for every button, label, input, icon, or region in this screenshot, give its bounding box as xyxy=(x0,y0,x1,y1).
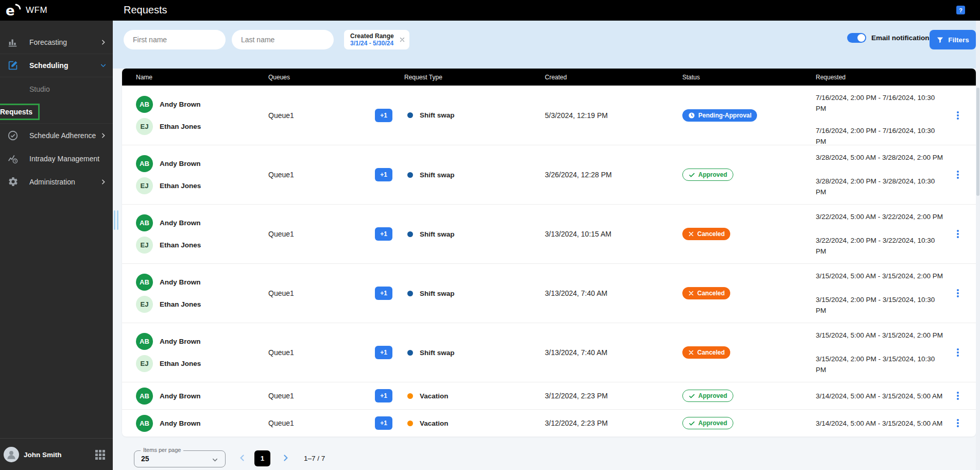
request-type-cell: +1Shift swap xyxy=(375,145,509,204)
requested-range: 3/15/2024, 2:00 PM - 3/15/2024, 10:30 PM xyxy=(816,354,945,375)
created-cell: 3/26/2024, 12:28 PM xyxy=(545,145,663,204)
table-rows: ABAndy BrownEJEthan JonesQueue1+1Shift s… xyxy=(122,86,976,437)
kebab-cell xyxy=(950,145,966,204)
kebab-menu-icon[interactable] xyxy=(955,417,961,429)
avatar: EJ xyxy=(136,177,153,194)
request-type-cell: +1Vacation xyxy=(375,382,509,409)
queue-extra-badge[interactable]: +1 xyxy=(375,389,392,402)
status-cell: Approved xyxy=(682,382,796,409)
svg-text:e: e xyxy=(6,3,15,18)
gear-icon xyxy=(7,176,19,188)
requested-range: 3/15/2024, 2:00 PM - 3/15/2024, 10:30 PM xyxy=(816,294,945,316)
requests-table: NameQueuesRequest TypeCreatedStatusReque… xyxy=(122,69,976,437)
email-notifications-toggle[interactable] xyxy=(847,33,866,43)
kebab-menu-icon[interactable] xyxy=(955,169,961,181)
requested-range: 3/28/2024, 2:00 PM - 3/28/2024, 10:30 PM xyxy=(816,176,945,197)
person-name: Andy Brown xyxy=(160,419,201,427)
request-type-cell: +1Shift swap xyxy=(375,86,509,145)
chevron-right-icon xyxy=(100,178,107,185)
first-name-input[interactable] xyxy=(124,30,226,49)
sidebar-item-intraday-management[interactable]: Intraday Management xyxy=(0,147,113,170)
person: EJEthan Jones xyxy=(136,177,201,194)
queues-cell: Queue1 xyxy=(268,382,366,409)
next-page-button[interactable] xyxy=(281,454,290,462)
status-badge: Approved xyxy=(682,169,733,181)
items-per-page-select[interactable]: Items per page 25 xyxy=(134,450,226,467)
request-type-dot xyxy=(407,350,413,356)
person: ABAndy Brown xyxy=(136,333,201,350)
kebab-cell xyxy=(950,382,966,409)
request-type-label: Shift swap xyxy=(420,349,455,357)
queue-extra-badge[interactable]: +1 xyxy=(375,227,392,241)
request-type-label: Shift swap xyxy=(420,230,455,238)
kebab-menu-icon[interactable] xyxy=(955,109,961,122)
queue-extra-badge[interactable]: +1 xyxy=(375,346,392,359)
person: ABAndy Brown xyxy=(136,214,201,231)
previous-page-button[interactable] xyxy=(238,454,247,462)
name-cell: ABAndy BrownEJEthan Jones xyxy=(136,145,265,204)
sidebar-item-administration[interactable]: Administration xyxy=(0,170,113,193)
scrollbar[interactable] xyxy=(976,21,980,470)
kebab-cell xyxy=(950,86,966,145)
scrollbar-thumb[interactable] xyxy=(976,88,979,196)
created-value: 3/13/2024, 10:15 AM xyxy=(545,230,611,238)
requested-cell: 3/15/2024, 5:00 AM - 3/15/2024, 2:00 PM3… xyxy=(816,323,945,382)
current-page-button[interactable]: 1 xyxy=(254,450,270,466)
sidebar-item-forecasting[interactable]: Forecasting xyxy=(0,31,113,54)
sidebar-item-schedule-adherence[interactable]: Schedule Adherence xyxy=(0,124,113,147)
queue-label: Queue1 xyxy=(268,392,294,400)
sidebar-item-scheduling[interactable]: Scheduling xyxy=(0,54,113,77)
kebab-cell xyxy=(950,410,966,437)
requested-cell: 7/16/2024, 2:00 PM - 7/16/2024, 10:30 PM… xyxy=(816,86,945,145)
queues-cell: Queue1 xyxy=(268,323,366,382)
person: ABAndy Brown xyxy=(136,274,201,291)
kebab-menu-icon[interactable] xyxy=(955,390,961,402)
table-row: ABAndy BrownEJEthan JonesQueue1+1Shift s… xyxy=(122,86,976,145)
sidebar-item-studio[interactable]: Studio xyxy=(0,77,113,100)
sidebar-item-requests[interactable]: Requests xyxy=(0,100,113,124)
person-name: Andy Brown xyxy=(160,278,201,286)
queue-extra-badge[interactable]: +1 xyxy=(375,109,392,122)
sidebar-item-label: Schedule Adherence xyxy=(29,131,96,140)
request-type-dot xyxy=(407,393,413,399)
created-range-chip[interactable]: Created Range 3/1/24 - 5/30/24 xyxy=(344,30,409,49)
page-range-text: 1–7 / 7 xyxy=(304,455,325,462)
status-badge: Canceled xyxy=(682,346,730,359)
created-cell: 5/3/2024, 12:19 PM xyxy=(545,86,663,145)
status-label: Pending-Approval xyxy=(698,112,751,119)
kebab-menu-icon[interactable] xyxy=(955,228,961,240)
person-name: Ethan Jones xyxy=(160,182,201,190)
person-name: Ethan Jones xyxy=(160,123,201,130)
queue-extra-badge[interactable]: +1 xyxy=(375,287,392,300)
queue-extra-badge[interactable]: +1 xyxy=(375,168,392,181)
kebab-menu-icon[interactable] xyxy=(955,287,961,299)
queue-extra-badge[interactable]: +1 xyxy=(375,416,392,430)
status-cell: Canceled xyxy=(682,323,796,382)
apps-grid-icon[interactable] xyxy=(95,450,106,460)
status-cell: Canceled xyxy=(682,264,796,323)
kebab-menu-icon[interactable] xyxy=(955,346,961,359)
request-type-cell: +1Shift swap xyxy=(375,264,509,323)
name-cell: ABAndy BrownEJEthan Jones xyxy=(136,86,265,145)
chip-close-icon[interactable] xyxy=(399,36,406,43)
filters-button[interactable]: Filters xyxy=(930,30,976,49)
name-cell: ABAndy BrownEJEthan Jones xyxy=(136,205,265,263)
x-icon xyxy=(688,290,694,296)
queue-label: Queue1 xyxy=(268,419,294,427)
help-icon[interactable]: ? xyxy=(956,6,965,14)
column-header-status: Status xyxy=(682,69,700,86)
sidebar-resize-handle[interactable] xyxy=(114,210,119,230)
person-name: Ethan Jones xyxy=(160,241,201,249)
queues-cell: Queue1 xyxy=(268,86,366,145)
top-bar: e WFM Requests ? xyxy=(0,0,980,21)
sidebar-nav: ForecastingSchedulingStudioRequestsSched… xyxy=(0,21,113,193)
last-name-input[interactable] xyxy=(232,30,334,49)
created-cell: 3/13/2024, 7:40 AM xyxy=(545,323,663,382)
requested-range: 3/28/2024, 5:00 AM - 3/28/2024, 2:00 PM xyxy=(816,152,943,163)
status-badge: Approved xyxy=(682,417,733,429)
user-bar: John Smith xyxy=(0,438,113,470)
chevron-right-icon xyxy=(100,39,107,46)
request-type-dot xyxy=(407,172,413,178)
avatar: EJ xyxy=(136,118,153,135)
sidebar-item-label: Scheduling xyxy=(29,61,68,70)
